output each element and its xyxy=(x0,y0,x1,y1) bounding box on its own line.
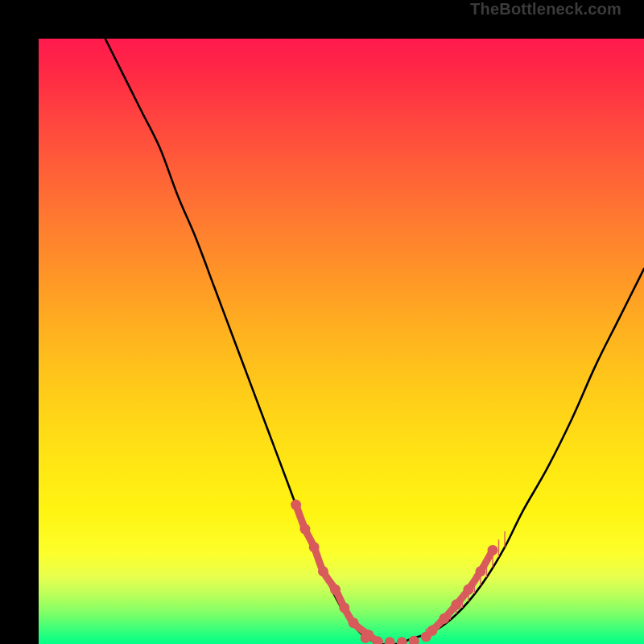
curve-right-branch xyxy=(378,269,644,644)
chart-frame xyxy=(0,0,644,644)
dot-right xyxy=(488,545,498,555)
dot-floor xyxy=(361,633,371,643)
dot-left xyxy=(299,524,310,535)
watermark-text: TheBottleneck.com xyxy=(470,0,621,19)
dot-left xyxy=(309,542,320,552)
dot-floor xyxy=(385,637,395,644)
dot-right xyxy=(439,613,449,624)
plot-area xyxy=(39,39,644,644)
dot-right xyxy=(427,625,437,636)
dot-right xyxy=(463,584,473,595)
dot-right xyxy=(451,600,461,610)
dot-left xyxy=(349,617,359,628)
dot-left xyxy=(291,500,301,510)
curve-left-branch xyxy=(105,39,378,644)
dot-right xyxy=(475,566,485,576)
curve-svg xyxy=(39,39,644,644)
dot-left xyxy=(330,584,341,595)
dot-floor xyxy=(397,637,407,644)
dot-left xyxy=(339,602,349,613)
dot-left xyxy=(318,566,328,576)
